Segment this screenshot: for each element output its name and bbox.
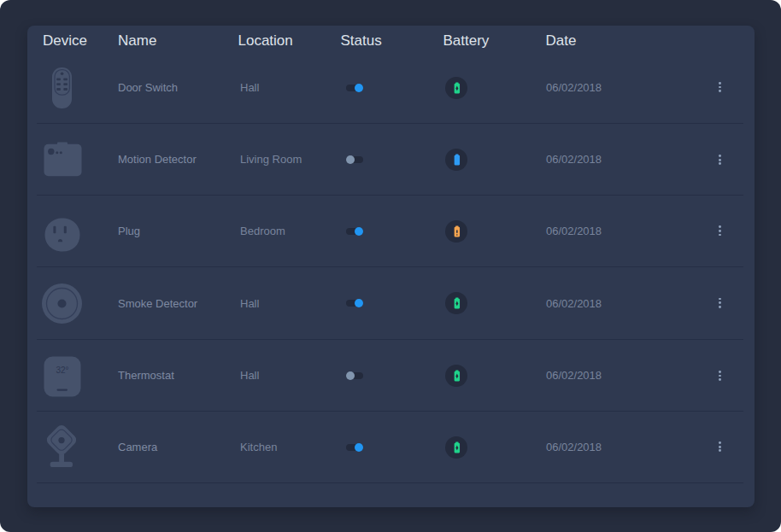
svg-text:32°: 32° <box>56 365 68 375</box>
